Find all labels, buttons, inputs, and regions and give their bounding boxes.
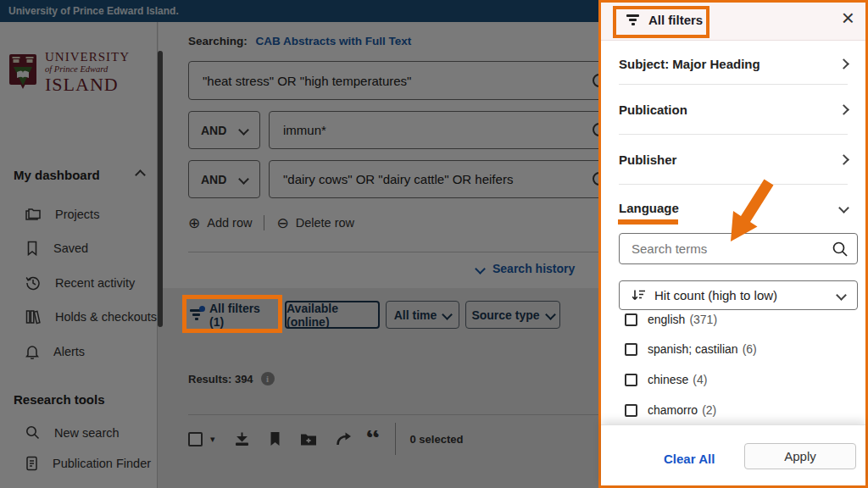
annotation-box-all-filters-chip <box>182 295 282 333</box>
panel-header: All filters × <box>601 3 865 41</box>
filter-icon <box>626 14 639 25</box>
filter-section-publisher[interactable]: Publisher <box>619 135 848 184</box>
chevron-down-icon <box>836 290 847 301</box>
option-label: spanish; castilian <box>648 342 738 356</box>
option-count: (4) <box>693 373 707 386</box>
sort-descending-icon <box>632 289 646 302</box>
language-option-chinese[interactable]: chinese (4) <box>625 373 707 386</box>
clear-all-button[interactable]: Clear All <box>664 452 715 466</box>
checkbox[interactable] <box>625 343 637 356</box>
panel-title-group: All filters <box>626 13 703 27</box>
option-count: (6) <box>743 342 757 356</box>
all-filters-panel: All filters × Subject: Major Heading Pub… <box>598 0 868 488</box>
app-window: University of Prince Edward Island. UNIV… <box>0 0 868 488</box>
annotation-underline-language <box>618 219 678 225</box>
checkbox[interactable] <box>625 404 637 417</box>
option-count: (2) <box>702 403 716 417</box>
checkbox[interactable] <box>625 313 637 326</box>
section-label: Language <box>619 201 679 215</box>
filter-section-subject[interactable]: Subject: Major Heading <box>619 44 848 84</box>
panel-title: All filters <box>648 13 703 27</box>
filter-section-publication[interactable]: Publication <box>619 85 848 134</box>
divider <box>619 184 848 185</box>
chevron-right-icon <box>838 58 849 69</box>
section-label: Publication <box>619 103 687 117</box>
language-option-chamorro[interactable]: chamorro (2) <box>625 403 716 417</box>
panel-footer: Clear All Apply <box>601 424 865 485</box>
search-icon[interactable] <box>832 241 849 261</box>
apply-button[interactable]: Apply <box>744 443 856 469</box>
chevron-down-icon <box>838 202 849 214</box>
chevron-right-icon <box>838 154 849 165</box>
checkbox[interactable] <box>625 374 637 386</box>
section-label: Publisher <box>619 152 676 167</box>
language-option-spanish[interactable]: spanish; castilian (6) <box>625 342 757 356</box>
language-option-english[interactable]: english (371) <box>625 313 717 326</box>
sort-order-dropdown[interactable]: Hit count (high to low) <box>619 280 858 310</box>
language-search-input[interactable] <box>619 233 858 264</box>
option-label: chinese <box>648 373 688 386</box>
option-count: (371) <box>689 313 717 326</box>
option-label: chamorro <box>648 403 698 417</box>
chevron-right-icon <box>838 104 849 115</box>
option-label: english <box>648 313 685 326</box>
close-icon[interactable]: × <box>842 5 854 31</box>
section-label: Subject: Major Heading <box>619 57 760 71</box>
sort-label: Hit count (high to low) <box>654 288 777 302</box>
